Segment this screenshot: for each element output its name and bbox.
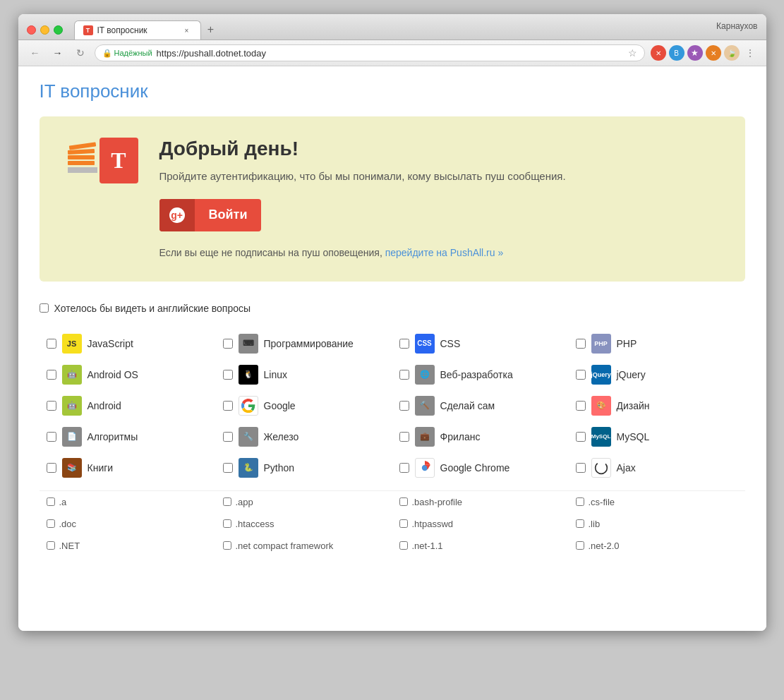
tag-lib[interactable]: .lib: [569, 513, 745, 535]
forward-button[interactable]: →: [49, 44, 66, 61]
tag-htaccess[interactable]: .htaccess: [216, 513, 392, 535]
label-tag-cs: .cs-file: [589, 497, 615, 507]
nav-icon-6[interactable]: ⋮: [742, 45, 758, 61]
checkbox-tag-cs[interactable]: [576, 497, 584, 506]
checkbox-tag-lib[interactable]: [576, 519, 584, 528]
checkbox-ajax[interactable]: [576, 463, 586, 473]
checkbox-web[interactable]: [399, 370, 409, 380]
icon-jquery: jQuery: [591, 365, 611, 385]
category-prog[interactable]: ⌨ Программирование: [216, 328, 392, 359]
checkbox-css[interactable]: [399, 339, 409, 349]
url-display: https://pushall.dotnet.today: [157, 48, 266, 59]
checkbox-chrome[interactable]: [399, 463, 409, 473]
new-tab-button[interactable]: +: [201, 20, 221, 40]
checkbox-js[interactable]: [47, 339, 56, 349]
category-books[interactable]: 📚 Книги: [40, 452, 216, 483]
checkbox-python[interactable]: [223, 463, 233, 473]
address-bar[interactable]: 🔒 Надёжный https://pushall.dotnet.today …: [95, 44, 645, 61]
category-python[interactable]: 🐍 Python: [216, 452, 392, 483]
category-jquery[interactable]: jQuery jQuery: [569, 359, 745, 390]
category-linux[interactable]: 🐧 Linux: [216, 359, 392, 390]
nav-icon-2[interactable]: B: [669, 45, 685, 61]
checkbox-php[interactable]: [576, 339, 586, 349]
label-chrome: Google Chrome: [440, 462, 510, 473]
maximize-button[interactable]: [54, 25, 63, 35]
tag-app[interactable]: .app: [216, 491, 392, 513]
nav-icon-1[interactable]: ✕: [651, 45, 666, 61]
secure-badge: 🔒 Надёжный: [102, 49, 152, 58]
checkbox-mysql[interactable]: [576, 432, 586, 442]
checkbox-freelance[interactable]: [399, 432, 409, 442]
label-python: Python: [264, 462, 295, 473]
category-freelance[interactable]: 💼 Фриланс: [392, 421, 569, 452]
nav-icon-3[interactable]: ★: [687, 45, 703, 61]
nav-icon-4[interactable]: ✕: [706, 45, 721, 61]
checkbox-android-os[interactable]: [47, 370, 56, 380]
category-js[interactable]: JS JavaScript: [40, 328, 216, 359]
checkbox-tag-net-1-1[interactable]: [399, 541, 408, 550]
english-checkbox-row[interactable]: Хотелось бы видеть и английские вопросы: [40, 303, 745, 314]
icon-ajax: [591, 458, 611, 478]
label-tag-bash: .bash-profile: [412, 497, 463, 507]
checkbox-prog[interactable]: [223, 339, 233, 349]
tag-net-compact[interactable]: .net compact framework: [216, 535, 392, 557]
tab-close-button[interactable]: ×: [182, 25, 192, 35]
tag-cs[interactable]: .cs-file: [569, 491, 745, 513]
checkbox-tag-app[interactable]: [223, 497, 231, 506]
category-android-os[interactable]: 🤖 Android OS: [40, 359, 216, 390]
category-css[interactable]: CSS CSS: [392, 328, 569, 359]
checkbox-books[interactable]: [47, 463, 56, 473]
label-linux: Linux: [264, 369, 287, 380]
tag-bash[interactable]: .bash-profile: [392, 491, 569, 513]
category-ajax[interactable]: Ajax: [569, 452, 745, 483]
checkbox-tag-htaccess[interactable]: [223, 519, 231, 528]
checkbox-tag-bash[interactable]: [399, 497, 408, 506]
tag-doc[interactable]: .doc: [40, 513, 216, 535]
label-tag-net-2-0: .net-2.0: [589, 541, 620, 551]
nav-icon-5[interactable]: 🍃: [724, 45, 740, 61]
tag-net-1-1[interactable]: .net-1.1: [392, 535, 569, 557]
checkbox-tag-a[interactable]: [47, 497, 55, 506]
checkbox-tag-net-2-0[interactable]: [576, 541, 584, 550]
checkbox-google[interactable]: [223, 401, 233, 411]
label-android: Android: [88, 400, 121, 411]
pushall-link[interactable]: перейдите на PushAll.ru »: [385, 247, 504, 258]
checkbox-tag-htpasswd[interactable]: [399, 519, 408, 528]
category-android[interactable]: 🤖 Android: [40, 390, 216, 421]
tag-a[interactable]: .a: [40, 491, 216, 513]
minimize-button[interactable]: [40, 25, 49, 35]
tag-net[interactable]: .NET: [40, 535, 216, 557]
label-hardware: Железо: [264, 431, 299, 442]
label-algo: Алгоритмы: [88, 431, 138, 442]
checkbox-android[interactable]: [47, 401, 56, 411]
icon-python: 🐍: [239, 458, 258, 478]
category-diy[interactable]: 🔨 Сделай сам: [392, 390, 569, 421]
checkbox-tag-net-compact[interactable]: [223, 541, 231, 550]
english-checkbox[interactable]: [40, 303, 49, 313]
back-button[interactable]: ←: [27, 44, 44, 61]
bookmark-button[interactable]: ☆: [628, 47, 637, 59]
checkbox-algo[interactable]: [47, 432, 56, 442]
checkbox-hardware[interactable]: [223, 432, 233, 442]
checkbox-tag-doc[interactable]: [47, 519, 55, 528]
checkbox-diy[interactable]: [399, 401, 409, 411]
reload-button[interactable]: ↻: [72, 44, 89, 61]
checkbox-tag-net[interactable]: [47, 541, 55, 550]
category-google[interactable]: Google: [216, 390, 392, 421]
category-hardware[interactable]: 🔧 Железо: [216, 421, 392, 452]
checkbox-design[interactable]: [576, 401, 586, 411]
category-design[interactable]: 🎨 Дизайн: [569, 390, 745, 421]
category-mysql[interactable]: MySQL MySQL: [569, 421, 745, 452]
checkbox-linux[interactable]: [223, 370, 233, 380]
category-chrome[interactable]: Google Chrome: [392, 452, 569, 483]
category-web[interactable]: 🌐 Веб-разработка: [392, 359, 569, 390]
category-php[interactable]: PHP PHP: [569, 328, 745, 359]
login-button[interactable]: g+ Войти: [159, 199, 262, 231]
tag-htpasswd[interactable]: .htpasswd: [392, 513, 569, 535]
label-tag-net-1-1: .net-1.1: [412, 541, 443, 551]
category-algo[interactable]: 📄 Алгоритмы: [40, 421, 216, 452]
close-button[interactable]: [27, 25, 36, 35]
tag-net-2-0[interactable]: .net-2.0: [569, 535, 745, 557]
active-tab[interactable]: T IT вопросник ×: [74, 20, 201, 40]
checkbox-jquery[interactable]: [576, 370, 586, 380]
